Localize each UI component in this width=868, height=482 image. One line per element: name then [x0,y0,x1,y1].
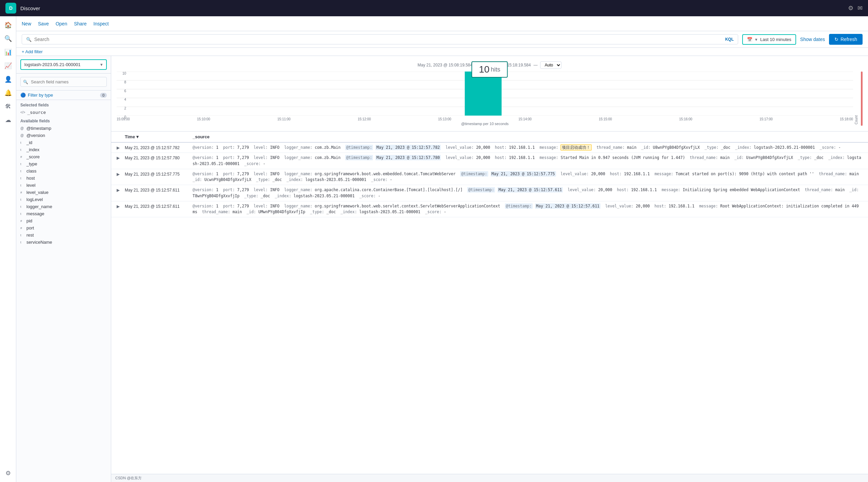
top-bar-right: ⚙ ✉ [848,4,863,12]
nav-inspect[interactable]: Inspect [94,21,109,26]
table-row[interactable]: ▶ May 21, 2023 @ 15:12:57.611 @version: … [111,185,868,201]
nav-discover-icon[interactable]: 🔍 [2,33,14,45]
toolbar: 🔍 KQL 📅 ▾ Last 10 minutes Show dates ↻ R… [16,31,868,48]
field-port[interactable]: # port [16,224,111,232]
field-version-name: @version [26,133,45,138]
field-index[interactable]: t _index [16,146,111,153]
field-message-name: message [26,211,44,216]
field-host-name: host [26,176,35,181]
field-timestamp-name: @timestamp [26,126,51,131]
nav-settings-icon[interactable]: ⚙ [2,467,14,479]
field-source-type-icon: </> [20,111,25,114]
source-cell-4: @version: 1 port: 7,279 level: INFO logg… [193,187,863,199]
refresh-button[interactable]: ↻ Refresh [829,34,863,45]
bottom-bar-text: CSDN @在东方 [115,476,142,481]
left-nav: 🏠 🔍 📊 📈 👤 🔔 🛠 ☁ ⚙ [0,16,16,482]
field-pid[interactable]: # pid [16,217,111,224]
expand-row-3[interactable]: ▶ [117,171,125,177]
source-cell-1: @version: 1 port: 7,279 level: INFO logg… [193,145,863,150]
refresh-icon: ↻ [834,37,839,42]
field-port-type: # [20,226,24,230]
nav-dashboard-icon[interactable]: 📊 [2,46,14,58]
field-service-name[interactable]: t serviceName [16,239,111,246]
filter-by-type[interactable]: 🔵 Filter by type 0 [16,91,111,100]
field-source-name: _source [27,110,46,115]
auto-select[interactable]: Auto [540,61,561,69]
hits-display: 10 hits [471,61,508,78]
search-input[interactable] [34,37,723,42]
field-id[interactable]: t _id [16,139,111,146]
field-host[interactable]: t host [16,175,111,182]
field-logger-name-val: logger_name [26,204,52,209]
nav-alerts-icon[interactable]: 🔔 [2,87,14,99]
table-row[interactable]: ▶ May 21, 2023 @ 15:12:57.782 @version: … [111,143,868,153]
field-source[interactable]: </> _source [16,109,111,116]
field-class-name: class [26,168,37,174]
nav-ml-icon[interactable]: 👤 [2,73,14,85]
nav-bar: New Save Open Share Inspect [16,16,868,31]
app-logo: D [5,3,16,14]
nav-share[interactable]: Share [74,21,86,26]
field-class-type: t [20,169,24,173]
index-dropdown[interactable]: logstash-2023.05.21-000001 ▾ [20,59,107,70]
field-pid-type: # [20,219,24,223]
field-loglevel[interactable]: t logLevel [16,196,111,203]
col-time-header: Time ▾ [125,134,193,139]
hits-count: 10 [479,64,489,75]
time-cell-3: May 21, 2023 @ 15:12:57.775 [125,171,193,177]
col-expand-header [117,134,125,139]
nav-dev-icon[interactable]: 🛠 [2,100,14,113]
nav-visualize-icon[interactable]: 📈 [2,60,14,72]
kql-badge[interactable]: KQL [725,37,734,42]
add-filter-button[interactable]: + Add filter [22,49,863,54]
filter-by-type-label: Filter by type [28,93,53,98]
expand-row-5[interactable]: ▶ [117,203,125,209]
show-dates-button[interactable]: Show dates [800,37,825,42]
field-class[interactable]: t class [16,167,111,175]
field-index-type: t [20,148,24,152]
expand-row-1[interactable]: ▶ [117,145,125,150]
field-rest[interactable]: t rest [16,232,111,239]
nav-cloud-icon[interactable]: ☁ [2,114,14,126]
field-logger-name[interactable]: t logger_name [16,203,111,210]
time-sort-icon[interactable]: ▾ [136,134,139,139]
field-search-inner [20,77,107,87]
results-area[interactable]: Time ▾ _source ▶ May 21, 2023 @ 15:12:57… [111,132,868,474]
field-type[interactable]: t _type [16,160,111,167]
field-level[interactable]: t level [16,182,111,189]
field-service-name-val: serviceName [26,240,52,245]
field-search-input[interactable] [20,77,107,87]
field-rest-name: rest [26,233,34,238]
date-range-dash: — [533,63,537,67]
table-row[interactable]: ▶ May 21, 2023 @ 15:12:57.780 @version: … [111,153,868,169]
nav-home-icon[interactable]: 🏠 [2,19,14,31]
field-level-value-name: level_value [26,190,48,195]
table-row[interactable]: ▶ May 21, 2023 @ 15:12:57.611 @version: … [111,201,868,218]
field-timestamp[interactable]: @ @timestamp [16,125,111,132]
field-message[interactable]: t message [16,210,111,217]
field-score[interactable]: # _score [16,153,111,160]
field-level-value[interactable]: # level_value [16,189,111,196]
field-version[interactable]: @ @version [16,132,111,139]
field-type-type: t [20,162,24,166]
calendar-icon: 📅 [747,37,752,42]
table-row[interactable]: ▶ May 21, 2023 @ 15:12:57.775 @version: … [111,169,868,185]
source-cell-3: @version: 1 port: 7,279 level: INFO logg… [193,171,863,183]
add-filter-bar: + Add filter [16,48,868,56]
fields-section: Selected fields </> _source Available fi… [16,100,111,482]
results-header: Time ▾ _source [111,132,868,143]
mail-icon[interactable]: ✉ [857,4,863,12]
nav-new[interactable]: New [22,21,31,26]
expand-row-4[interactable]: ▶ [117,187,125,193]
bottom-bar: CSDN @在东方 [111,474,868,482]
index-dropdown-arrow: ▾ [100,62,103,67]
time-cell-4: May 21, 2023 @ 15:12:57.611 [125,187,193,193]
expand-row-2[interactable]: ▶ [117,155,125,160]
field-index-name: _index [26,147,39,152]
time-picker[interactable]: 📅 ▾ Last 10 minutes [742,34,796,45]
nav-open[interactable]: Open [56,21,67,26]
settings-icon[interactable]: ⚙ [848,4,853,12]
time-cell-2: May 21, 2023 @ 15:12:57.780 [125,155,193,160]
nav-save[interactable]: Save [38,21,49,26]
field-score-name: _score [26,154,40,159]
